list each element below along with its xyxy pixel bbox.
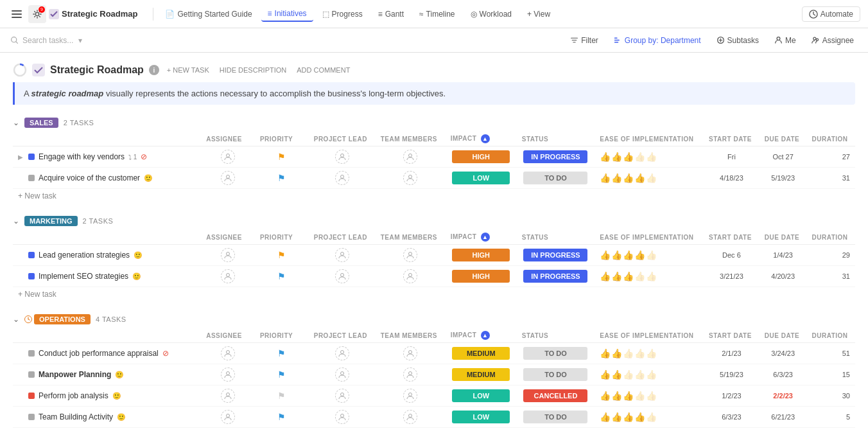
lead-circle[interactable] bbox=[335, 410, 349, 424]
impact-sort-icon[interactable]: ▲ bbox=[481, 134, 490, 143]
impact-badge[interactable]: LOW bbox=[452, 389, 510, 402]
status-badge[interactable]: TO DO bbox=[523, 411, 587, 423]
new-task-link-sales[interactable]: + New task bbox=[13, 189, 62, 203]
priority-flag[interactable]: ⚑ bbox=[277, 348, 286, 358]
priority-flag[interactable]: ⚑ bbox=[277, 369, 286, 380]
task-status[interactable]: TO DO bbox=[517, 364, 595, 385]
members-circle[interactable] bbox=[403, 269, 417, 283]
task-impact[interactable]: LOW bbox=[446, 168, 517, 189]
impact-badge[interactable]: MEDIUM bbox=[452, 368, 510, 381]
impact-badge[interactable]: LOW bbox=[452, 172, 510, 184]
task-priority[interactable]: ⚑ bbox=[255, 385, 309, 407]
hamburger-button[interactable] bbox=[8, 5, 26, 23]
task-impact[interactable]: MEDIUM bbox=[446, 343, 517, 364]
task-name[interactable]: Manpower Planning bbox=[39, 370, 111, 379]
lead-circle[interactable] bbox=[335, 389, 349, 403]
impact-badge[interactable]: LOW bbox=[452, 411, 510, 423]
assignee-circle[interactable] bbox=[221, 410, 235, 424]
task-priority[interactable]: ⚑ bbox=[255, 245, 309, 266]
assignee-circle[interactable] bbox=[221, 171, 235, 185]
task-impact[interactable]: HIGH bbox=[446, 245, 517, 266]
assignee-circle[interactable] bbox=[221, 150, 235, 164]
task-impact[interactable]: MEDIUM bbox=[446, 364, 517, 385]
task-priority[interactable]: ⚑ bbox=[255, 266, 309, 287]
search-dropdown-icon[interactable]: ▾ bbox=[78, 36, 82, 45]
status-badge[interactable]: TO DO bbox=[523, 347, 587, 360]
tab-progress[interactable]: ⬚ Progress bbox=[316, 7, 369, 21]
members-circle[interactable] bbox=[403, 367, 417, 382]
tab-workload[interactable]: ◎ Workload bbox=[464, 7, 518, 21]
section-toggle-marketing[interactable]: ⌄ bbox=[13, 217, 19, 225]
members-circle[interactable] bbox=[403, 150, 417, 164]
settings-button[interactable]: 9 bbox=[28, 5, 46, 23]
status-badge[interactable]: IN PROGRESS bbox=[523, 270, 587, 283]
tab-initiatives[interactable]: ≡ Initiatives bbox=[261, 6, 313, 22]
members-circle[interactable] bbox=[403, 248, 417, 262]
section-toggle-sales[interactable]: ⌄ bbox=[13, 118, 19, 127]
task-status[interactable]: CANCELLED bbox=[517, 385, 595, 407]
priority-flag[interactable]: ⚑ bbox=[277, 173, 286, 183]
priority-flag[interactable]: ⚑ bbox=[277, 152, 286, 162]
members-circle[interactable] bbox=[403, 346, 417, 360]
members-circle[interactable] bbox=[403, 389, 417, 403]
automate-button[interactable]: Automate bbox=[802, 6, 860, 22]
subtasks-button[interactable]: Subtasks bbox=[713, 34, 763, 47]
task-priority[interactable]: ⚑ bbox=[255, 146, 309, 168]
new-task-link-marketing[interactable]: + New task bbox=[13, 287, 62, 301]
assignee-circle[interactable] bbox=[221, 389, 235, 403]
status-badge[interactable]: TO DO bbox=[523, 368, 587, 381]
impact-badge[interactable]: MEDIUM bbox=[452, 347, 510, 360]
assignee-circle[interactable] bbox=[221, 367, 235, 382]
status-badge[interactable]: CANCELLED bbox=[523, 389, 587, 402]
status-badge[interactable]: IN PROGRESS bbox=[523, 150, 587, 163]
group-by-button[interactable]: Group by: Department bbox=[610, 34, 705, 47]
expand-arrow[interactable]: ▶ bbox=[18, 154, 24, 161]
task-impact[interactable]: HIGH bbox=[446, 146, 517, 168]
tab-add-view[interactable]: + View bbox=[521, 7, 557, 21]
task-impact[interactable]: HIGH bbox=[446, 266, 517, 287]
task-priority[interactable]: ⚑ bbox=[255, 364, 309, 385]
lead-circle[interactable] bbox=[335, 248, 349, 262]
assignee-circle[interactable] bbox=[221, 346, 235, 360]
impact-badge[interactable]: HIGH bbox=[452, 150, 510, 163]
task-name[interactable]: Lead generation strategies bbox=[39, 251, 130, 260]
task-status[interactable]: TO DO bbox=[517, 343, 595, 364]
task-impact[interactable]: LOW bbox=[446, 407, 517, 428]
task-status[interactable]: TO DO bbox=[517, 407, 595, 428]
task-priority[interactable]: ⚑ bbox=[255, 168, 309, 189]
task-status[interactable]: IN PROGRESS bbox=[517, 266, 595, 287]
priority-flag[interactable]: ⚑ bbox=[277, 271, 286, 281]
tab-getting-started[interactable]: 📄 Getting Started Guide bbox=[159, 7, 258, 21]
task-status[interactable]: IN PROGRESS bbox=[517, 146, 595, 168]
task-status[interactable]: TO DO bbox=[517, 168, 595, 189]
search-wrap[interactable]: Search tasks... ▾ bbox=[10, 36, 139, 45]
status-badge[interactable]: IN PROGRESS bbox=[523, 249, 587, 261]
task-status[interactable]: IN PROGRESS bbox=[517, 245, 595, 266]
subtask-icon[interactable]: ⤵ 1 bbox=[128, 154, 137, 161]
priority-flag[interactable]: ⚑ bbox=[277, 250, 286, 260]
task-name[interactable]: Acquire voice of the customer bbox=[39, 173, 140, 182]
members-circle[interactable] bbox=[403, 171, 417, 185]
status-badge[interactable]: TO DO bbox=[523, 172, 587, 184]
task-priority[interactable]: ⚑ bbox=[255, 407, 309, 428]
hide-description-button[interactable]: HIDE DESCRIPTION bbox=[217, 65, 290, 75]
priority-flag[interactable]: ⚑ bbox=[277, 412, 286, 422]
impact-badge[interactable]: HIGH bbox=[452, 270, 510, 283]
task-name[interactable]: Conduct job performance appraisal bbox=[39, 349, 159, 358]
tab-timeline[interactable]: ≈ Timeline bbox=[413, 7, 462, 21]
task-priority[interactable]: ⚑ bbox=[255, 343, 309, 364]
assignee-button[interactable]: Assignee bbox=[808, 34, 858, 47]
members-circle[interactable] bbox=[403, 410, 417, 424]
impact-sort-icon[interactable]: ▲ bbox=[481, 331, 490, 340]
add-comment-button[interactable]: ADD COMMENT bbox=[294, 65, 352, 75]
me-button[interactable]: Me bbox=[770, 34, 800, 47]
task-name[interactable]: Team Building Activity bbox=[39, 412, 113, 421]
new-task-header-button[interactable]: + NEW TASK bbox=[164, 65, 212, 75]
filter-button[interactable]: Filter bbox=[566, 34, 602, 47]
impact-badge[interactable]: HIGH bbox=[452, 249, 510, 261]
lead-circle[interactable] bbox=[335, 367, 349, 382]
assignee-circle[interactable] bbox=[221, 269, 235, 283]
task-name[interactable]: Implement SEO strategies bbox=[39, 272, 128, 281]
lead-circle[interactable] bbox=[335, 269, 349, 283]
lead-circle[interactable] bbox=[335, 171, 349, 185]
